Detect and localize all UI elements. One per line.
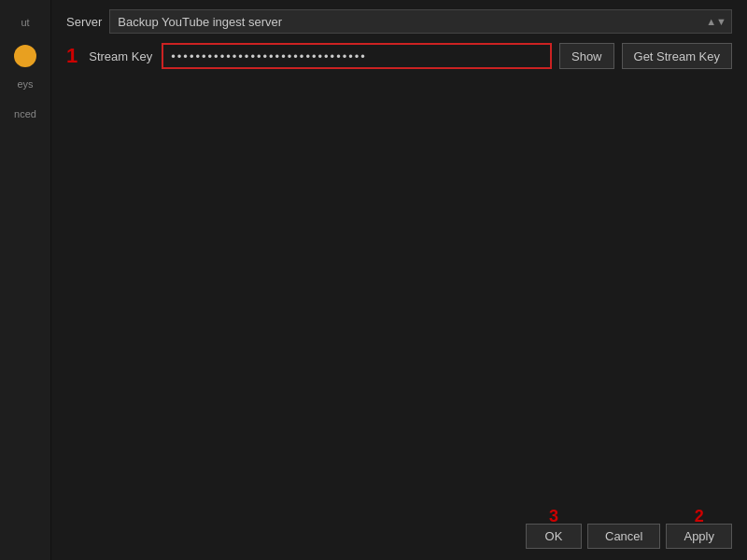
- ok-button[interactable]: OK: [526, 524, 582, 549]
- sidebar-item-nced[interactable]: nced: [0, 101, 50, 127]
- apply-button[interactable]: Apply: [666, 524, 732, 549]
- sidebar-avatar-dot: [14, 45, 36, 67]
- sidebar-label-nced: nced: [14, 108, 36, 119]
- annotation-1: 1: [66, 46, 78, 66]
- server-select[interactable]: Primary YouTube ingest server Backup You…: [109, 9, 732, 34]
- stream-key-label: Stream Key: [89, 49, 154, 63]
- get-stream-key-button[interactable]: Get Stream Key: [622, 43, 732, 69]
- server-label: Server: [66, 15, 102, 29]
- sidebar-item-eys[interactable]: eys: [0, 71, 50, 97]
- main-content: Server Primary YouTube ingest server Bac…: [51, 0, 747, 560]
- sidebar: ut eys nced: [0, 0, 51, 560]
- content-area: [66, 78, 732, 551]
- cancel-button[interactable]: Cancel: [587, 524, 660, 549]
- sidebar-item-ut[interactable]: ut: [0, 9, 50, 35]
- stream-key-input-wrapper: [162, 43, 552, 69]
- footer-buttons: 3 OK Cancel 2 Apply: [526, 514, 732, 553]
- show-button[interactable]: Show: [559, 43, 614, 69]
- sidebar-label-ut: ut: [21, 17, 29, 28]
- stream-key-row: 1 Stream Key Show Get Stream Key: [66, 43, 732, 69]
- stream-key-input[interactable]: [162, 43, 552, 69]
- sidebar-label-eys: eys: [17, 78, 33, 90]
- server-select-wrapper: Primary YouTube ingest server Backup You…: [109, 9, 732, 34]
- server-row: Server Primary YouTube ingest server Bac…: [66, 9, 732, 34]
